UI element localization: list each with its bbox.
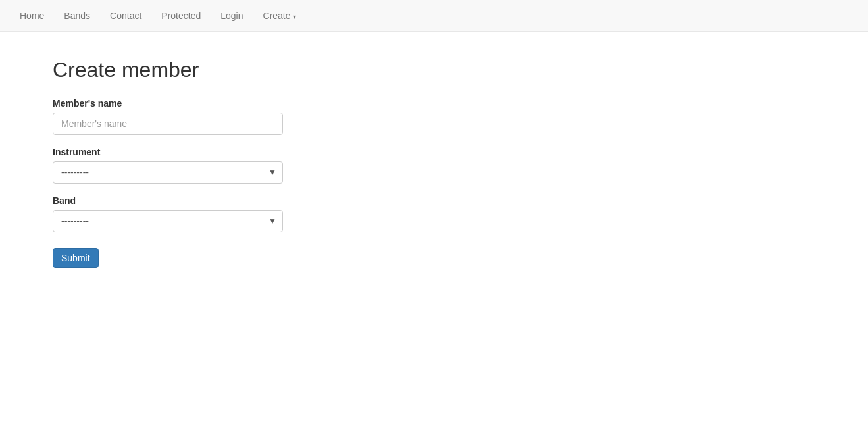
member-name-input[interactable] <box>53 113 283 135</box>
nav-link-bands[interactable]: Bands <box>54 1 100 30</box>
nav-links: Home Bands Contact Protected Login Creat… <box>10 1 306 30</box>
submit-button[interactable]: Submit <box>53 248 99 268</box>
member-name-group: Member's name <box>53 98 815 135</box>
nav-link-login[interactable]: Login <box>211 1 253 30</box>
main-content: Create member Member's name Instrument -… <box>0 32 868 294</box>
band-select-wrapper: --------- ▼ <box>53 210 283 232</box>
page-title: Create member <box>53 58 815 82</box>
nav-item-create: Create ▾ <box>253 1 307 30</box>
band-label: Band <box>53 195 815 206</box>
nav-link-create[interactable]: Create ▾ <box>253 1 307 30</box>
band-select[interactable]: --------- <box>53 210 283 232</box>
instrument-select[interactable]: --------- <box>53 161 283 184</box>
chevron-down-icon: ▾ <box>293 13 296 20</box>
navbar: Home Bands Contact Protected Login Creat… <box>0 0 868 32</box>
nav-link-protected[interactable]: Protected <box>151 1 211 30</box>
instrument-select-wrapper: --------- ▼ <box>53 161 283 184</box>
nav-item-login: Login <box>211 1 253 30</box>
nav-item-home: Home <box>10 1 54 30</box>
nav-item-protected: Protected <box>151 1 211 30</box>
instrument-group: Instrument --------- ▼ <box>53 147 815 184</box>
instrument-label: Instrument <box>53 147 815 157</box>
nav-link-home[interactable]: Home <box>10 1 54 30</box>
nav-link-contact[interactable]: Contact <box>100 1 151 30</box>
create-member-form: Member's name Instrument --------- ▼ Ban… <box>53 98 815 268</box>
nav-item-contact: Contact <box>100 1 151 30</box>
nav-item-bands: Bands <box>54 1 100 30</box>
member-name-label: Member's name <box>53 98 815 109</box>
band-group: Band --------- ▼ <box>53 195 815 232</box>
